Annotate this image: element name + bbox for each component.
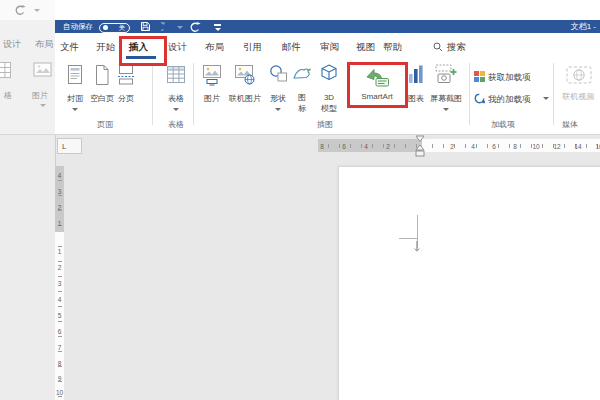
ruler-number: 5 — [58, 312, 62, 319]
ruler-number: 4 — [364, 142, 368, 149]
icons-bird-icon — [292, 64, 312, 82]
ruler-number: 6 — [342, 142, 346, 149]
ruler-number: 4 — [471, 142, 475, 149]
autosave-label: 自动保存 — [63, 23, 93, 31]
tab-help[interactable]: 帮助 — [383, 41, 402, 52]
ruler-number: 10 — [56, 389, 63, 396]
button-label-line2: 标 — [290, 104, 314, 114]
document-page[interactable] — [338, 166, 600, 400]
horizontal-ruler: 246810121416 — [422, 139, 600, 152]
button-label-line1: 3D — [314, 93, 344, 103]
group-separator — [553, 63, 554, 125]
shapes-button[interactable]: 形状 — [264, 62, 292, 87]
button-label: 联机图片 — [224, 94, 266, 104]
dropdown-caret-icon[interactable] — [543, 97, 549, 100]
table-button[interactable]: 表格 — [159, 62, 193, 89]
group-separator — [469, 63, 470, 125]
button-label: 形状 — [264, 94, 292, 104]
ruler-number: 12 — [553, 142, 560, 149]
group-separator — [193, 63, 194, 125]
button-label: 联机视频 — [557, 92, 600, 102]
ruler-number: 10 — [532, 142, 539, 149]
group-separator — [152, 63, 153, 125]
page-break-button[interactable]: 分页 — [111, 62, 141, 90]
highlight-box-insert-tab — [119, 36, 167, 66]
undo-dropdown-icon[interactable] — [177, 26, 183, 29]
title-bar — [55, 20, 600, 33]
dropdown-caret-icon[interactable] — [275, 108, 281, 111]
search-label[interactable]: 搜索 — [447, 41, 466, 52]
screenshot-button[interactable]: 屏幕截图 — [426, 62, 466, 89]
search-icon[interactable] — [433, 42, 443, 52]
vertical-ruler-margin: 4321 — [55, 166, 64, 232]
shapes-icon — [269, 64, 288, 83]
cursor-crossbar — [399, 238, 418, 239]
screenshot-camera-icon — [435, 64, 457, 85]
save-icon[interactable] — [140, 21, 151, 32]
autosave-state: 关 — [119, 24, 126, 32]
undo-icon[interactable] — [161, 21, 173, 33]
dropdown-caret-icon[interactable] — [173, 108, 179, 111]
customize-qat-caret-icon[interactable] — [215, 28, 221, 31]
group-label-tables: 表格 — [168, 119, 184, 130]
online-video-button[interactable]: 联机视频 — [557, 62, 600, 89]
window-top-margin — [55, 0, 600, 20]
tab-file[interactable]: 文件 — [60, 41, 79, 52]
dropdown-caret-icon[interactable] — [72, 108, 78, 111]
tab-references[interactable]: 引用 — [243, 41, 262, 52]
ruler-number: 1 — [58, 248, 62, 255]
table-icon — [166, 64, 186, 85]
pictures-icon — [202, 64, 222, 86]
tab-mailings[interactable]: 邮件 — [282, 41, 301, 52]
3d-models-button[interactable]: 3D 模型 — [314, 62, 344, 86]
online-pictures-icon — [234, 64, 256, 86]
blank-page-icon — [93, 64, 111, 86]
autosave-toggle[interactable]: 关 — [99, 23, 130, 33]
indent-markers[interactable] — [413, 135, 427, 158]
tab-view[interactable]: 视图 — [356, 41, 375, 52]
ruler-number: 2 — [58, 204, 62, 211]
group-label-media: 媒体 — [562, 119, 578, 130]
button-label: 分页 — [111, 94, 141, 104]
customize-qat-icon[interactable] — [214, 24, 221, 26]
ruler-number: 8 — [513, 142, 517, 149]
chevron-down-icon — [40, 104, 46, 107]
pictures-button[interactable]: 图片 — [197, 62, 227, 90]
paragraph-mark-icon — [411, 240, 423, 254]
picture-icon — [33, 62, 52, 78]
button-label: 表格 — [159, 94, 193, 104]
3d-model-cube-icon — [320, 64, 338, 82]
ruler-number: 8 — [58, 360, 62, 367]
button-label-line2: 模型 — [314, 104, 344, 114]
ruler-number: 4 — [58, 296, 62, 303]
tab-stop-selector[interactable]: L — [57, 138, 82, 154]
ruler-number: 6 — [492, 142, 496, 149]
chart-icon — [407, 64, 425, 84]
tab-layout[interactable]: 布局 — [205, 41, 224, 52]
button-label: 获取加载项 — [488, 72, 531, 82]
ruler-number: 2 — [58, 264, 62, 271]
group-label-illustrations: 插图 — [317, 119, 333, 130]
bg-tab-design: 设计 — [3, 38, 21, 51]
redo-icon[interactable] — [189, 21, 201, 33]
background-word-window[interactable]: 设计 布局 格 图片 — [0, 0, 56, 400]
ruler-number: 3 — [58, 188, 62, 195]
dropdown-caret-icon[interactable] — [443, 108, 449, 111]
bg-document-area — [0, 135, 55, 400]
get-addins-button[interactable]: 获取加载项 — [474, 71, 531, 84]
page-break-icon — [117, 64, 135, 86]
ruler-number: 7 — [58, 344, 62, 351]
button-label: 图片 — [197, 94, 227, 104]
table-icon — [0, 60, 12, 80]
ruler-number: 2 — [450, 142, 454, 149]
get-addins-icon — [474, 71, 485, 82]
tab-design[interactable]: 设计 — [168, 41, 187, 52]
tab-review[interactable]: 审阅 — [320, 41, 339, 52]
my-addins-icon — [474, 93, 485, 104]
ruler-number: 1 — [58, 220, 62, 227]
my-addins-button[interactable]: 我的加载项 — [474, 93, 531, 106]
online-pictures-button[interactable]: 联机图片 — [224, 62, 266, 90]
tab-home[interactable]: 开始 — [96, 41, 115, 52]
icons-button[interactable]: 图 标 — [290, 62, 314, 86]
document-title: 文档1 - — [520, 23, 596, 31]
